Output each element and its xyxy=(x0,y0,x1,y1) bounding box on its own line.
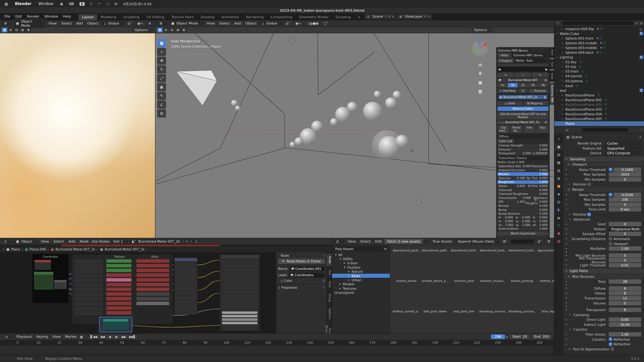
gear-icon[interactable]: ⚙ xyxy=(545,239,552,244)
node-sidebar-tab[interactable]: View xyxy=(326,278,332,290)
properties-row[interactable]: Render Engine Cycles xyxy=(566,141,641,146)
overlays-icon[interactable]: ⬡˅ xyxy=(321,21,330,26)
radius-scale-value[interactable]: 1.000 xyxy=(516,161,525,164)
grid-toggle-icon[interactable]: ▦ xyxy=(478,89,482,94)
transform-row[interactable]: sx1.000 sy1.000 sz1.000 xyxy=(497,223,548,227)
catalog-item[interactable]: ▶ Nature xyxy=(332,270,390,274)
expand-arrow-icon[interactable]: ▸ xyxy=(562,108,564,111)
properties-row[interactable]: ▾ Noise Threshold 0.1000 xyxy=(566,167,641,172)
resolution-button[interactable]: 4k xyxy=(528,83,538,87)
select-subtract-tool[interactable]: ▨ xyxy=(169,28,175,32)
outliner-row[interactable]: ▸ Sphere-004-back ⚙ ▽ ▽ ◇ xyxy=(554,50,644,55)
properties-row[interactable]: ▾ Transparent 8 xyxy=(566,308,641,312)
properties-row[interactable]: ▾ Glossy 8 xyxy=(566,291,641,296)
viewport-menu-item[interactable]: Add xyxy=(232,21,243,26)
viewport-tool-button[interactable]: ↻ xyxy=(157,65,166,74)
pbr-slider-row[interactable]: Transmission0.000 Raytracer xyxy=(497,196,548,200)
viewport-menu-item[interactable]: View xyxy=(46,21,59,26)
properties-row[interactable]: ▾ Indirect Light 10.00 xyxy=(566,322,641,327)
viewport-tool-button[interactable]: ▦ xyxy=(157,39,166,47)
workspace-tab[interactable]: Geometry Nodes xyxy=(296,14,332,20)
timeline-scrollbar[interactable] xyxy=(0,352,554,355)
properties-row[interactable]: ▾ Pattern Progressive Multi-Jitter xyxy=(566,227,641,232)
close-icon[interactable]: ✕ xyxy=(392,15,394,18)
pbr-slider-row[interactable]: Roughness 1.000 xyxy=(497,180,548,184)
pbr-slider-row[interactable]: Normal 0.500 xyxy=(497,204,548,208)
filter-icon[interactable]: ⋔ xyxy=(146,21,153,26)
sidebar-tab[interactable]: Extreme PBR xyxy=(550,83,554,105)
pbr-slider-row[interactable]: Sheen0.000 Sh-Tint0.000 xyxy=(497,184,548,188)
properties-row[interactable]: Feature Set Supported xyxy=(566,146,641,151)
properties-row[interactable]: ▾ Time Limit 0 sec xyxy=(566,207,641,212)
pbr-slider-row[interactable]: Specular0.100 Sp- Tint0.000 xyxy=(497,176,548,180)
outliner-row[interactable]: ▸ BackGroundPlane.002 ⚙ ▽ ▽ ◇ xyxy=(554,102,644,107)
properties-row[interactable]: ▾ Denoise xyxy=(566,212,641,217)
outliner-row[interactable]: ▸ BackGroundPlane.001 ⚙ ▽ ▽ ◇ xyxy=(554,97,644,102)
expand-arrow-icon[interactable]: ▸ xyxy=(562,28,564,30)
keyframe-jump-icon[interactable]: ◈ xyxy=(506,335,508,338)
transport-button[interactable]: ▌◀◀ xyxy=(89,335,98,339)
pin-icon[interactable]: ⊼ xyxy=(385,15,387,18)
reset-nodes-button[interactable]: ⟳Reset Nodes in Frame xyxy=(278,259,325,264)
select-subtract-tool[interactable]: ▨ xyxy=(14,28,19,32)
properties-row[interactable]: ▾ Multiplier 1.00 xyxy=(566,246,641,251)
workspace-tab[interactable]: Animation xyxy=(218,14,242,20)
scale-uniform-row[interactable]: Scale Uniform1.000 xyxy=(497,227,548,230)
viewport-tool-button[interactable]: ✥ xyxy=(157,57,166,65)
viewport-3d-scene[interactable]: User Perspective (296) Scene Collection … xyxy=(155,33,554,238)
expand-arrow-icon[interactable]: ▸ xyxy=(562,75,564,77)
properties-tab[interactable]: ◆ xyxy=(555,190,563,197)
select-extend-tool[interactable]: ▧ xyxy=(8,28,13,32)
outliner-row[interactable]: ▸ Sphere-003-middle ⚙ ▽ ▽ ◇ xyxy=(554,45,644,50)
editor-type-button[interactable]: ◴˅ xyxy=(2,239,13,244)
expand-arrow-icon[interactable]: ▸ xyxy=(562,85,564,87)
pbr-slider-row[interactable]: Bump 0.000 xyxy=(497,208,548,212)
expand-arrow-icon[interactable]: ▸ xyxy=(562,122,564,125)
properties-row[interactable]: ▾ Noise Threshold 0.0100 xyxy=(566,192,641,197)
outliner-row[interactable]: ▸ impactor-004-Top ⚙ ▽ ▽ ◇ ☒ xyxy=(554,26,644,31)
breadcrumb-item[interactable]: ▣ Plane.006 › xyxy=(25,247,49,251)
outliner-row[interactable]: ▸ Sphere-002-middle ⚙ ▽ ▽ ◇ xyxy=(554,41,644,45)
close-icon[interactable]: ✕ xyxy=(428,15,430,18)
transport-button[interactable]: ▶▶▌ xyxy=(128,335,137,339)
sidebar-tab[interactable]: Tool xyxy=(550,59,554,69)
material-preview[interactable]: ◀ ▶ xyxy=(497,67,548,72)
asset-card[interactable]: aristea_wreck_p... xyxy=(422,278,449,308)
properties-tab[interactable]: ▨ xyxy=(555,198,563,205)
outliner-row[interactable]: ▸ Plane ⚙ ▽ ▽ ◇ xyxy=(554,121,644,126)
viewport-tool-button[interactable]: ⊹ xyxy=(157,48,166,56)
pbr-slider-row[interactable]: Clearcoat 0.000 xyxy=(497,188,548,192)
transport-button[interactable]: ◀◀ xyxy=(99,335,106,339)
category-dropdown[interactable]: Metal - Raw˅ xyxy=(515,58,548,63)
transport-button[interactable]: ◀ xyxy=(107,335,113,339)
refresh-icon[interactable]: ⟳ xyxy=(519,89,527,93)
editor-type-button[interactable]: ⊞˅ xyxy=(157,21,168,26)
workspace-tab[interactable]: Modeling xyxy=(97,14,120,20)
asset-library-selector[interactable]: Poly Haven ˅ ⟳ xyxy=(333,246,389,251)
snap-icon[interactable]: ◎˅ xyxy=(125,21,135,26)
orientation-selector[interactable]: ⟂Global˅ xyxy=(259,21,283,26)
breadcrumb-item[interactable]: ▣ Plane › xyxy=(6,247,23,251)
select-extend-tool[interactable]: ▧ xyxy=(163,28,169,32)
pbr-slider-row[interactable]: Colorize Strength 0.000 xyxy=(497,144,548,148)
keyboard-icon[interactable]: ⌨ xyxy=(69,2,74,6)
catalog-item[interactable]: ▶ Skies xyxy=(332,274,390,278)
properties-row[interactable]: ▾ xyxy=(566,251,641,253)
collection-checkbox[interactable] xyxy=(640,32,643,35)
viewport-tool-button[interactable]: ✎ xyxy=(157,92,166,100)
asset-card[interactable]: blouberg_sunrise_1 xyxy=(480,309,507,333)
breadcrumb-item[interactable]: ▣ Burnished Metal 007_1k › xyxy=(51,247,98,251)
timeline-track-area[interactable] xyxy=(0,346,554,352)
macos-window-menu[interactable]: Window xyxy=(38,2,53,6)
pbr-slider-row[interactable]: Bump Distance 0.100 xyxy=(497,212,548,216)
orientation-selector[interactable]: ⟂Global˅ xyxy=(101,21,125,26)
catalog-item[interactable]: ▼ HDRIs xyxy=(332,257,390,261)
catalog-item[interactable]: Unassigned xyxy=(332,291,390,295)
transform-row[interactable]: lx0.000 ly0.000 lz0.000 xyxy=(497,216,548,219)
macos-app-menu[interactable]: Blender xyxy=(15,2,31,6)
close-icon[interactable]: ✕ xyxy=(190,240,192,243)
transform-row[interactable]: rx0.000 ry0.000 rz0.000 xyxy=(497,220,548,223)
asset-card[interactable]: aristea_wreck xyxy=(393,278,420,308)
expand-arrow-icon[interactable]: ▸ xyxy=(562,61,564,63)
workspace-tab[interactable]: Texture Paint xyxy=(168,14,197,20)
